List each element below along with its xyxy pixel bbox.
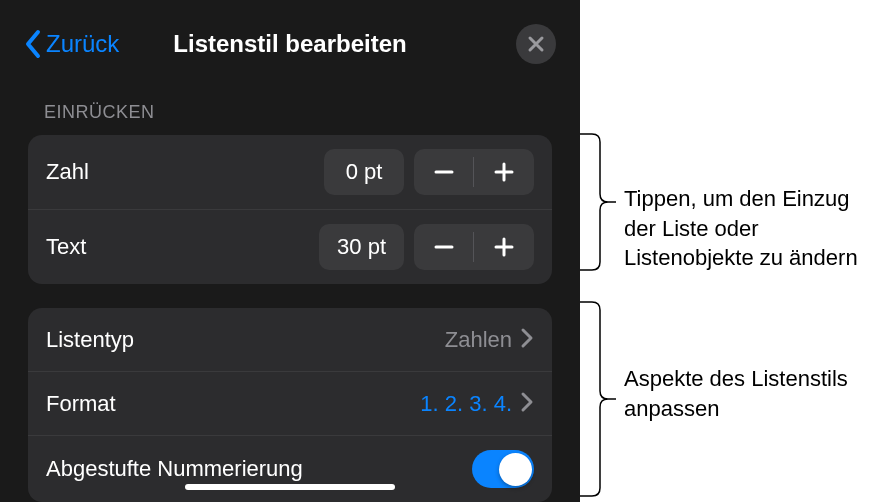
listtype-label: Listentyp [46,327,445,353]
plus-icon [492,160,516,184]
tiered-label: Abgestufte Nummerierung [46,456,472,482]
indent-number-decrement[interactable] [414,149,474,195]
tiered-toggle[interactable] [472,450,534,488]
indent-number-increment[interactable] [474,149,534,195]
home-indicator[interactable] [185,484,395,490]
settings-panel: Zurück Listenstil bearbeiten EINRÜCKEN Z… [0,0,580,502]
close-button[interactable] [516,24,556,64]
callout-indent: Tippen, um den Einzug der Liste oder Lis… [624,184,874,273]
indent-number-row: Zahl 0 pt [28,135,552,210]
listtype-row[interactable]: Listentyp Zahlen [28,308,552,372]
page-title: Listenstil bearbeiten [173,30,406,58]
header: Zurück Listenstil bearbeiten [0,0,580,84]
format-label: Format [46,391,420,417]
style-card: Listentyp Zahlen Format 1. 2. 3. 4. Abge… [28,308,552,502]
section-header-indent: EINRÜCKEN [0,84,580,135]
tiered-row: Abgestufte Nummerierung [28,436,552,502]
format-value: 1. 2. 3. 4. [420,391,512,417]
indent-text-stepper [414,224,534,270]
indent-text-row: Text 30 pt [28,210,552,284]
format-row[interactable]: Format 1. 2. 3. 4. [28,372,552,436]
close-icon [527,35,545,53]
indent-card: Zahl 0 pt Text 30 pt [28,135,552,284]
chevron-right-icon [520,391,534,417]
callout-style: Aspekte des Listenstils anpassen [624,364,874,423]
indent-text-decrement[interactable] [414,224,474,270]
minus-icon [432,235,456,259]
callout-bracket [580,296,616,502]
callout-bracket [580,128,616,276]
indent-number-label: Zahl [46,159,324,185]
chevron-left-icon [24,29,42,59]
indent-text-increment[interactable] [474,224,534,270]
chevron-right-icon [520,327,534,353]
indent-text-value: 30 pt [319,224,404,270]
back-label: Zurück [46,30,119,58]
indent-number-value: 0 pt [324,149,404,195]
annotations-area: Tippen, um den Einzug der Liste oder Lis… [580,0,884,502]
indent-text-label: Text [46,234,319,260]
indent-number-stepper [414,149,534,195]
listtype-value: Zahlen [445,327,512,353]
minus-icon [432,160,456,184]
plus-icon [492,235,516,259]
back-button[interactable]: Zurück [24,29,119,59]
